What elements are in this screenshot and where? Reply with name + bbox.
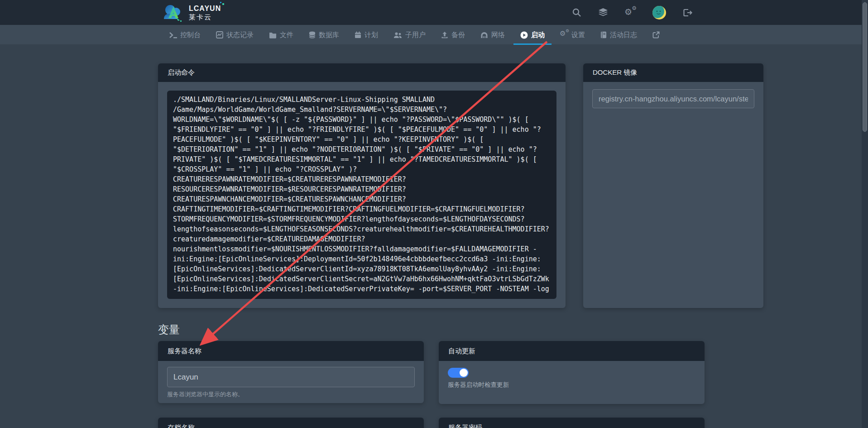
server-name-title: 服务器名称 bbox=[158, 341, 424, 361]
external-link-icon bbox=[652, 31, 660, 38]
tab-console[interactable]: 控制台 bbox=[162, 25, 208, 45]
brand-logo[interactable]: LCAYUN 莱卡云 bbox=[161, 2, 221, 23]
play-icon bbox=[520, 31, 528, 39]
startup-command-text[interactable]: ./SMALLAND/Binaries/Linux/SMALLANDServer… bbox=[167, 91, 556, 299]
tab-schedules[interactable]: 计划 bbox=[347, 25, 386, 45]
startup-content: 启动命令 ./SMALLAND/Binaries/Linux/SMALLANDS… bbox=[158, 63, 765, 428]
network-icon bbox=[480, 31, 488, 38]
folder-icon bbox=[269, 32, 277, 38]
brand-name-zh: 莱卡云 bbox=[189, 14, 221, 20]
nav-tabs: 控制台 状态记录 文件 数据库 计划 子用户 bbox=[162, 25, 667, 45]
variable-card-server-name: 服务器名称 服务器浏览器中显示的名称。 bbox=[158, 341, 424, 403]
top-header: LCAYUN 莱卡云 ⚙ ⚙ bbox=[0, 0, 868, 25]
tab-external-link[interactable] bbox=[645, 25, 667, 45]
server-name-hint: 服务器浏览器中显示的名称。 bbox=[167, 390, 415, 399]
tab-network[interactable]: 网络 bbox=[473, 25, 513, 45]
calendar-icon bbox=[355, 31, 361, 38]
tab-files[interactable]: 文件 bbox=[261, 25, 301, 45]
page-scrollbar[interactable] bbox=[862, 0, 868, 428]
search-icon[interactable] bbox=[572, 8, 581, 17]
upload-icon bbox=[441, 31, 448, 38]
tab-status-log[interactable]: 状态记录 bbox=[208, 25, 261, 45]
tab-backups[interactable]: 备份 bbox=[433, 25, 473, 45]
top-row: 启动命令 ./SMALLAND/Binaries/Linux/SMALLANDS… bbox=[158, 63, 765, 308]
brand-name-en: LCAYUN bbox=[189, 5, 221, 12]
settings-gears-icon[interactable]: ⚙ ⚙ bbox=[625, 8, 636, 18]
auto-update-title: 自动更新 bbox=[439, 341, 705, 361]
variable-card-archive-name: 存档名称 bbox=[158, 418, 424, 428]
terminal-icon bbox=[169, 32, 177, 38]
archive-name-title: 存档名称 bbox=[158, 418, 424, 428]
auto-update-label: 服务器启动时检查更新 bbox=[448, 381, 695, 389]
database-icon bbox=[309, 31, 316, 38]
tab-databases[interactable]: 数据库 bbox=[301, 25, 347, 45]
logout-icon[interactable] bbox=[683, 8, 693, 17]
startup-command-panel: 启动命令 ./SMALLAND/Binaries/Linux/SMALLANDS… bbox=[158, 63, 566, 308]
avatar-face bbox=[652, 6, 666, 19]
tab-settings[interactable]: ⚙⚙ 设置 bbox=[552, 25, 593, 45]
tab-startup[interactable]: 启动 bbox=[513, 25, 552, 45]
user-avatar[interactable] bbox=[652, 6, 666, 19]
variable-card-auto-update: 自动更新 服务器启动时检查更新 bbox=[439, 341, 705, 404]
variables-heading: 变量 bbox=[158, 323, 765, 336]
layers-icon[interactable] bbox=[598, 8, 608, 17]
server-name-input[interactable] bbox=[167, 367, 415, 387]
scrollbar-thumb[interactable] bbox=[863, 2, 867, 132]
tab-subusers[interactable]: 子用户 bbox=[386, 25, 433, 45]
startup-page: LCAYUN 莱卡云 ⚙ ⚙ bbox=[0, 0, 868, 428]
journal-icon bbox=[600, 31, 607, 38]
users-icon bbox=[393, 32, 402, 38]
brand-text: LCAYUN 莱卡云 bbox=[189, 5, 221, 20]
main-nav: 控制台 状态记录 文件 数据库 计划 子用户 bbox=[0, 25, 868, 45]
startup-command-title: 启动命令 bbox=[158, 63, 566, 82]
tab-activity-log[interactable]: 活动日志 bbox=[593, 25, 645, 45]
chart-icon bbox=[216, 31, 223, 38]
docker-image-input[interactable] bbox=[592, 89, 754, 108]
variable-card-server-password: 服务器密码 bbox=[439, 418, 705, 428]
cloud-logo-icon bbox=[161, 3, 186, 23]
server-password-title: 服务器密码 bbox=[439, 418, 705, 428]
docker-image-title: DOCKER 镜像 bbox=[583, 63, 763, 82]
auto-update-toggle[interactable] bbox=[448, 368, 469, 378]
docker-image-panel: DOCKER 镜像 bbox=[583, 63, 763, 308]
gear-icon: ⚙⚙ bbox=[560, 31, 568, 39]
header-actions: ⚙ ⚙ bbox=[572, 0, 693, 25]
variables-grid: 服务器名称 服务器浏览器中显示的名称。 自动更新 服务器启动时检查更新 存档名称… bbox=[158, 341, 765, 428]
